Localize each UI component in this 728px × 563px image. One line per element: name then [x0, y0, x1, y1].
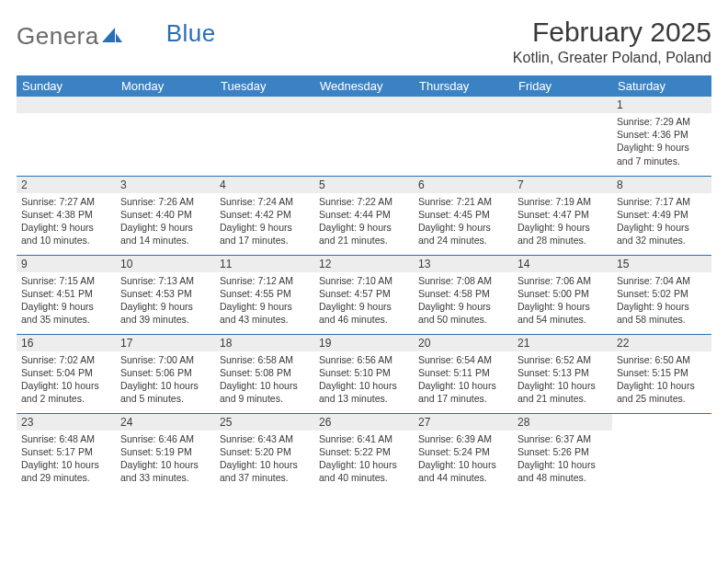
- calendar-cell: 16Sunrise: 7:02 AMSunset: 5:04 PMDayligh…: [17, 334, 116, 413]
- day-info: Sunrise: 7:21 AMSunset: 4:45 PMDaylight:…: [414, 193, 513, 251]
- empty-day: [314, 97, 414, 113]
- calendar-cell: 22Sunrise: 6:50 AMSunset: 5:15 PMDayligh…: [612, 334, 711, 413]
- day-info: Sunrise: 7:13 AMSunset: 4:53 PMDaylight:…: [116, 272, 215, 330]
- calendar-cell: [116, 97, 215, 176]
- empty-day: [116, 97, 215, 113]
- day-info: Sunrise: 6:48 AMSunset: 5:17 PMDaylight:…: [17, 431, 116, 488]
- day-info: Sunrise: 7:19 AMSunset: 4:47 PMDaylight:…: [513, 193, 612, 251]
- empty-day: [513, 97, 612, 113]
- day-number: 14: [513, 256, 612, 272]
- day-number: 23: [17, 414, 116, 431]
- day-info: Sunrise: 6:39 AMSunset: 5:24 PMDaylight:…: [414, 431, 513, 488]
- day-info: Sunrise: 6:37 AMSunset: 5:26 PMDaylight:…: [513, 431, 612, 488]
- day-number: 10: [116, 256, 215, 272]
- day-number: 16: [17, 335, 116, 351]
- empty-day: [215, 97, 314, 113]
- calendar-cell: [215, 97, 314, 176]
- calendar-cell: 4Sunrise: 7:24 AMSunset: 4:42 PMDaylight…: [215, 176, 314, 255]
- day-header: Thursday: [414, 75, 513, 97]
- day-info: Sunrise: 7:22 AMSunset: 4:44 PMDaylight:…: [314, 193, 414, 251]
- brand-text-2: Blue: [166, 19, 216, 48]
- day-number: 17: [116, 335, 215, 351]
- calendar-cell: 14Sunrise: 7:06 AMSunset: 5:00 PMDayligh…: [513, 255, 612, 334]
- calendar-cell: 6Sunrise: 7:21 AMSunset: 4:45 PMDaylight…: [414, 176, 513, 255]
- sail-icon: [102, 22, 122, 51]
- day-number: 8: [612, 177, 711, 193]
- day-info: Sunrise: 7:17 AMSunset: 4:49 PMDaylight:…: [612, 193, 711, 251]
- day-header: Sunday: [17, 75, 116, 97]
- day-number: 1: [612, 97, 711, 113]
- day-number: 18: [215, 335, 314, 351]
- calendar-cell: [414, 97, 513, 176]
- day-header: Wednesday: [314, 75, 414, 97]
- calendar-cell: 21Sunrise: 6:52 AMSunset: 5:13 PMDayligh…: [513, 334, 612, 413]
- day-number: 26: [314, 414, 414, 431]
- day-number: 11: [215, 256, 314, 272]
- calendar-cell: 7Sunrise: 7:19 AMSunset: 4:47 PMDaylight…: [513, 176, 612, 255]
- svg-marker-0: [102, 28, 115, 42]
- calendar-cell: 8Sunrise: 7:17 AMSunset: 4:49 PMDaylight…: [612, 176, 711, 255]
- calendar-cell: 2Sunrise: 7:27 AMSunset: 4:38 PMDaylight…: [17, 176, 116, 255]
- day-number: 3: [116, 177, 215, 193]
- day-info: Sunrise: 6:50 AMSunset: 5:15 PMDaylight:…: [612, 351, 711, 409]
- calendar-cell: 26Sunrise: 6:41 AMSunset: 5:22 PMDayligh…: [314, 413, 414, 492]
- day-info: Sunrise: 6:54 AMSunset: 5:11 PMDaylight:…: [414, 351, 513, 409]
- day-number: 5: [314, 177, 414, 193]
- calendar-row: 9Sunrise: 7:15 AMSunset: 4:51 PMDaylight…: [17, 255, 711, 334]
- day-number: 7: [513, 177, 612, 193]
- svg-marker-1: [116, 33, 122, 42]
- day-number: 20: [414, 335, 513, 351]
- day-number: 2: [17, 177, 116, 193]
- day-header: Saturday: [612, 75, 711, 97]
- day-info: Sunrise: 7:24 AMSunset: 4:42 PMDaylight:…: [215, 193, 314, 251]
- calendar-row: 2Sunrise: 7:27 AMSunset: 4:38 PMDaylight…: [17, 176, 711, 255]
- day-number: 15: [612, 256, 711, 272]
- day-info: Sunrise: 6:52 AMSunset: 5:13 PMDaylight:…: [513, 351, 612, 409]
- day-number: 12: [314, 256, 414, 272]
- calendar-cell: [513, 97, 612, 176]
- day-header: Friday: [513, 75, 612, 97]
- day-header: Tuesday: [215, 75, 314, 97]
- day-number: 21: [513, 335, 612, 351]
- day-info: Sunrise: 7:02 AMSunset: 5:04 PMDaylight:…: [17, 351, 116, 409]
- calendar-cell: 24Sunrise: 6:46 AMSunset: 5:19 PMDayligh…: [116, 413, 215, 492]
- day-number: 4: [215, 177, 314, 193]
- day-number: 28: [513, 414, 612, 431]
- calendar-cell: [612, 413, 711, 492]
- calendar-cell: 17Sunrise: 7:00 AMSunset: 5:06 PMDayligh…: [116, 334, 215, 413]
- day-info: Sunrise: 6:41 AMSunset: 5:22 PMDaylight:…: [314, 431, 414, 488]
- calendar-cell: 27Sunrise: 6:39 AMSunset: 5:24 PMDayligh…: [414, 413, 513, 492]
- calendar-cell: 20Sunrise: 6:54 AMSunset: 5:11 PMDayligh…: [414, 334, 513, 413]
- day-number: 24: [116, 414, 215, 431]
- day-info: Sunrise: 6:58 AMSunset: 5:08 PMDaylight:…: [215, 351, 314, 409]
- location-text: Kotlin, Greater Poland, Poland: [513, 50, 711, 66]
- calendar-cell: 18Sunrise: 6:58 AMSunset: 5:08 PMDayligh…: [215, 334, 314, 413]
- calendar-cell: 5Sunrise: 7:22 AMSunset: 4:44 PMDaylight…: [314, 176, 414, 255]
- brand-logo: Genera Blue: [17, 17, 216, 51]
- day-info: Sunrise: 7:29 AMSunset: 4:36 PMDaylight:…: [612, 113, 711, 171]
- day-number: 9: [17, 256, 116, 272]
- day-info: Sunrise: 7:12 AMSunset: 4:55 PMDaylight:…: [215, 272, 314, 330]
- day-info: Sunrise: 6:43 AMSunset: 5:20 PMDaylight:…: [215, 431, 314, 488]
- calendar-table: Sunday Monday Tuesday Wednesday Thursday…: [17, 75, 711, 492]
- day-info: Sunrise: 7:04 AMSunset: 5:02 PMDaylight:…: [612, 272, 711, 330]
- day-info: Sunrise: 6:46 AMSunset: 5:19 PMDaylight:…: [116, 431, 215, 488]
- calendar-cell: [314, 97, 414, 176]
- day-number: 6: [414, 177, 513, 193]
- calendar-cell: 10Sunrise: 7:13 AMSunset: 4:53 PMDayligh…: [116, 255, 215, 334]
- day-info: Sunrise: 7:08 AMSunset: 4:58 PMDaylight:…: [414, 272, 513, 330]
- calendar-row: 16Sunrise: 7:02 AMSunset: 5:04 PMDayligh…: [17, 334, 711, 413]
- calendar-cell: 1Sunrise: 7:29 AMSunset: 4:36 PMDaylight…: [612, 97, 711, 176]
- calendar-cell: [17, 97, 116, 176]
- calendar-cell: 28Sunrise: 6:37 AMSunset: 5:26 PMDayligh…: [513, 413, 612, 492]
- brand-text-1: Genera: [17, 22, 99, 51]
- day-number: 25: [215, 414, 314, 431]
- calendar-row: 1Sunrise: 7:29 AMSunset: 4:36 PMDaylight…: [17, 97, 711, 176]
- calendar-cell: 9Sunrise: 7:15 AMSunset: 4:51 PMDaylight…: [17, 255, 116, 334]
- page-title: February 2025: [513, 17, 711, 48]
- calendar-cell: 11Sunrise: 7:12 AMSunset: 4:55 PMDayligh…: [215, 255, 314, 334]
- day-info: Sunrise: 6:56 AMSunset: 5:10 PMDaylight:…: [314, 351, 414, 409]
- day-info: Sunrise: 7:15 AMSunset: 4:51 PMDaylight:…: [17, 272, 116, 330]
- calendar-cell: 19Sunrise: 6:56 AMSunset: 5:10 PMDayligh…: [314, 334, 414, 413]
- calendar-cell: 25Sunrise: 6:43 AMSunset: 5:20 PMDayligh…: [215, 413, 314, 492]
